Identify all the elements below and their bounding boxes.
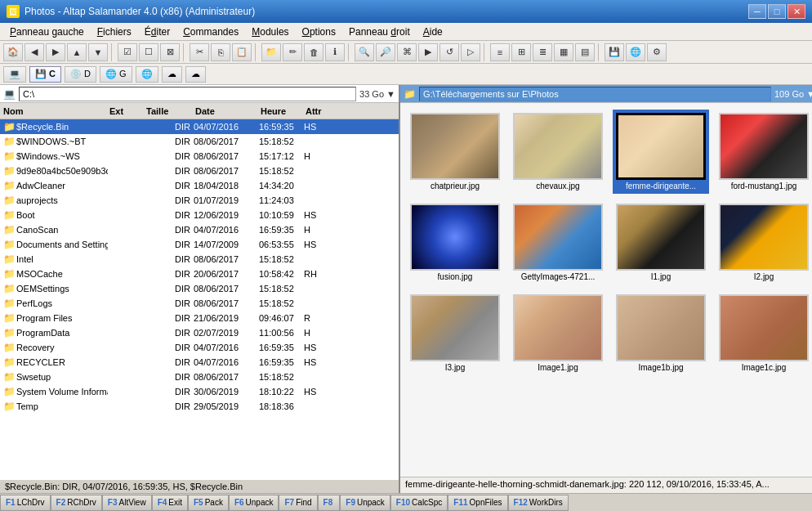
toolbar-new-folder[interactable]: 📁	[261, 43, 281, 61]
right-thumbnail-grid[interactable]: chatprieur.jpgchevaux.jpgfemme-dirigeant…	[400, 103, 812, 477]
drive-d[interactable]: 💿 D	[65, 66, 96, 83]
menu-panneau-droit[interactable]: Panneau droit	[342, 25, 417, 39]
col-header-date[interactable]: Date	[192, 106, 257, 116]
drive-g[interactable]: 🌐 G	[100, 66, 132, 83]
func-btn-f7[interactable]: F7Find	[279, 495, 317, 511]
maximize-button[interactable]: □	[768, 4, 786, 19]
menu-fichiers[interactable]: Fichiers	[91, 25, 138, 39]
thumbnail-item[interactable]: I3.jpg	[407, 291, 503, 375]
col-header-ext[interactable]: Ext	[106, 106, 143, 116]
thumbnail-item[interactable]: femme-dirigeante...	[613, 110, 709, 194]
toolbar-find2[interactable]: 🔎	[376, 43, 395, 61]
table-row[interactable]: 📁 $WINDOWS.~BT DIR 08/06/2017 15:18:52	[0, 134, 399, 149]
toolbar-rename[interactable]: ✏	[283, 43, 302, 61]
toolbar-view3[interactable]: ≣	[533, 43, 552, 61]
func-btn-f8[interactable]: F8	[318, 495, 341, 511]
toolbar-select[interactable]: ☑	[118, 43, 137, 61]
table-row[interactable]: 📁 Swsetup DIR 08/06/2017 15:18:52	[0, 370, 399, 384]
toolbar-select2[interactable]: ☐	[139, 43, 158, 61]
toolbar-drive[interactable]: 💾	[605, 43, 624, 61]
thumbnail-item[interactable]: ford-mustang1.jpg	[716, 110, 812, 194]
toolbar-btn-1[interactable]: 🏠	[3, 43, 23, 61]
toolbar-find[interactable]: 🔍	[355, 43, 374, 61]
table-row[interactable]: 📁 9d9e80a4bc50e909b3ddd91f40f6 DIR 08/06…	[0, 164, 399, 178]
drive-cloud[interactable]: ☁	[185, 66, 206, 83]
toolbar-view4[interactable]: ▦	[554, 43, 573, 61]
table-row[interactable]: 📁 CanoScan DIR 04/07/2016 16:59:35 H	[0, 222, 399, 237]
toolbar-props[interactable]: ℹ	[325, 43, 345, 61]
func-btn-f2[interactable]: F2RChDrv	[51, 495, 102, 511]
table-row[interactable]: 📁 Recovery DIR 04/07/2016 16:59:35 HS	[0, 340, 399, 355]
drive-icon[interactable]: 💻	[3, 66, 26, 83]
toolbar-copy[interactable]: ⎘	[211, 43, 230, 61]
toolbar-view1[interactable]: ≡	[490, 43, 510, 61]
func-btn-f3[interactable]: F3AltView	[102, 495, 152, 511]
thumbnail-item[interactable]: Image1.jpg	[510, 291, 606, 375]
toolbar-view2[interactable]: ⊞	[511, 43, 531, 61]
toolbar-cut[interactable]: ✂	[190, 43, 209, 61]
menu-modules[interactable]: Modules	[245, 25, 295, 39]
toolbar-view5[interactable]: ▤	[575, 43, 595, 61]
thumbnail-item[interactable]: chatprieur.jpg	[407, 110, 503, 194]
table-row[interactable]: 📁 auprojects DIR 01/07/2019 11:24:03	[0, 193, 399, 208]
func-btn-f1[interactable]: F1LChDrv	[0, 495, 51, 511]
col-header-nom[interactable]: Nom	[0, 106, 106, 116]
toolbar-up[interactable]: ▲	[67, 43, 87, 61]
table-row[interactable]: 📁 AdwCleaner DIR 18/04/2018 14:34:20	[0, 178, 399, 193]
func-btn-f6[interactable]: F6Unpack	[229, 495, 279, 511]
toolbar-play[interactable]: ▷	[461, 43, 480, 61]
thumbnail-item[interactable]: Image1b.jpg	[613, 291, 709, 375]
func-btn-f10[interactable]: F10CalcSpc	[390, 495, 448, 511]
table-row[interactable]: 📁 MSOCache DIR 20/06/2017 10:58:42 RH	[0, 267, 399, 281]
col-header-attr[interactable]: Attr	[302, 106, 335, 116]
toolbar-back[interactable]: ◀	[25, 43, 44, 61]
func-btn-f12[interactable]: F12WorkDirs	[508, 495, 569, 511]
thumbnail-item[interactable]: chevaux.jpg	[510, 110, 606, 194]
table-row[interactable]: 📁 PerfLogs DIR 08/06/2017 15:18:52	[0, 296, 399, 311]
table-row[interactable]: 📁 ProgramData DIR 02/07/2019 11:00:56 H	[0, 325, 399, 340]
drive-network[interactable]: 🌐	[136, 66, 158, 83]
left-file-list[interactable]: 📁 $Recycle.Bin DIR 04/07/2016 16:59:35 H…	[0, 119, 399, 480]
table-row[interactable]: 📁 Temp DIR 29/05/2019 18:18:36	[0, 399, 399, 414]
func-btn-f4[interactable]: F4Exit	[152, 495, 188, 511]
table-row[interactable]: 📁 Boot DIR 12/06/2019 10:10:59 HS	[0, 208, 399, 222]
col-header-heure[interactable]: Heure	[257, 106, 302, 116]
thumbnail-item[interactable]: I1.jpg	[613, 200, 709, 285]
thumbnail-item[interactable]: Image1c.jpg	[716, 291, 812, 375]
thumbnail-item[interactable]: I2.jpg	[716, 200, 812, 285]
toolbar-dropdown[interactable]: ▼	[88, 43, 108, 61]
table-row[interactable]: 📁 RECYCLER DIR 04/07/2016 16:59:35 HS	[0, 355, 399, 370]
func-btn-f11[interactable]: F11OpnFiles	[448, 495, 507, 511]
func-btn-f5[interactable]: F5Pack	[188, 495, 229, 511]
menu-commandes[interactable]: Commandes	[176, 25, 245, 39]
table-row[interactable]: 📁 $Windows.~WS DIR 08/06/2017 15:17:12 H	[0, 149, 399, 164]
toolbar-net[interactable]: 🌐	[626, 43, 645, 61]
toolbar-cmd[interactable]: ⌘	[397, 43, 417, 61]
toolbar-delete[interactable]: 🗑	[304, 43, 323, 61]
table-row[interactable]: 📁 Intel DIR 08/06/2017 15:18:52	[0, 252, 399, 267]
drive-c[interactable]: 💾 C	[29, 66, 61, 83]
thumbnail-item[interactable]: GettyImages-4721...	[510, 200, 606, 285]
menu-aide[interactable]: Aide	[417, 25, 449, 39]
toolbar-filter[interactable]: ⊠	[160, 43, 180, 61]
col-header-taille[interactable]: Taille	[143, 106, 192, 116]
table-row[interactable]: 📁 Program Files DIR 21/06/2019 09:46:07 …	[0, 311, 399, 325]
titlebar-controls[interactable]: ─ □ ✕	[748, 4, 805, 19]
toolbar-terminal[interactable]: ▶	[418, 43, 438, 61]
func-btn-f9[interactable]: F9Unpack	[340, 495, 390, 511]
toolbar-settings[interactable]: ⚙	[647, 43, 667, 61]
minimize-button[interactable]: ─	[748, 4, 766, 19]
menu-editer[interactable]: Éditer	[138, 25, 176, 39]
toolbar-refresh[interactable]: ↺	[439, 43, 459, 61]
table-row[interactable]: 📁 System Volume Information DIR 30/06/20…	[0, 384, 399, 399]
toolbar-paste[interactable]: 📋	[232, 43, 252, 61]
close-button[interactable]: ✕	[787, 4, 805, 19]
toolbar-forward[interactable]: ▶	[46, 43, 65, 61]
menu-options[interactable]: Options	[296, 25, 342, 39]
table-row[interactable]: 📁 OEMSettings DIR 08/06/2017 15:18:52	[0, 281, 399, 296]
table-row[interactable]: 📁 Documents and Settings DIR 14/07/2009 …	[0, 237, 399, 252]
left-path-input[interactable]	[19, 87, 356, 101]
menu-panneau-gauche[interactable]: Panneau gauche	[3, 25, 91, 39]
thumbnail-item[interactable]: fusion.jpg	[407, 200, 503, 285]
drive-ftp[interactable]: ☁	[162, 66, 182, 83]
